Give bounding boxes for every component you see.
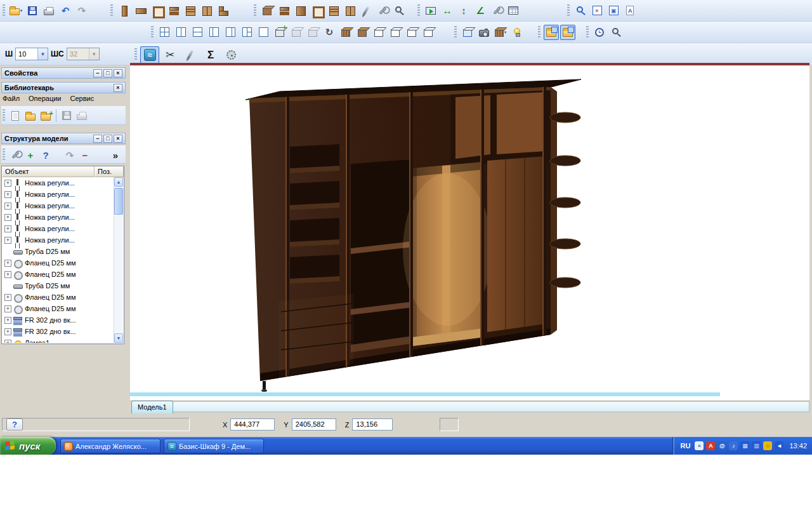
tree-expand-icon[interactable]: + xyxy=(4,340,11,344)
toolbar-grip[interactable] xyxy=(134,48,137,61)
toolbar-grip[interactable] xyxy=(538,26,540,39)
render-solid-icon[interactable] xyxy=(355,25,370,40)
panel-horizontal-icon[interactable] xyxy=(133,3,148,18)
layout-horizontal-split-icon[interactable] xyxy=(190,25,205,40)
detail-solid-icon[interactable] xyxy=(259,3,275,18)
bazis-mode-icon[interactable]: ≈ xyxy=(140,46,159,64)
close-button[interactable]: × xyxy=(114,84,122,92)
messenger-icon[interactable]: @ xyxy=(717,441,726,450)
column-object[interactable]: Объект xyxy=(2,166,95,177)
width-param-value[interactable]: 10 xyxy=(16,50,37,58)
zoom-sheet-icon[interactable] xyxy=(622,3,638,18)
toolbar-grip[interactable] xyxy=(586,26,589,39)
tree-expand-icon[interactable]: + xyxy=(4,191,11,198)
tree-expand-icon[interactable]: + xyxy=(4,180,11,187)
close-button[interactable]: × xyxy=(114,69,122,77)
caliper-tool-icon[interactable] xyxy=(489,3,504,18)
layout-single-icon[interactable] xyxy=(256,25,271,40)
toolbar-grip[interactable] xyxy=(151,26,154,39)
dimension-horizontal-icon[interactable]: ↔ xyxy=(440,3,455,18)
layout-vertical-split-icon[interactable] xyxy=(173,25,188,40)
tree-expand-icon[interactable]: + xyxy=(4,294,11,301)
scroll-thumb[interactable] xyxy=(114,188,123,215)
antivirus-icon[interactable]: A xyxy=(706,441,715,450)
dimension-vertical-icon[interactable]: ↕ xyxy=(456,3,471,18)
structure-item[interactable]: +Ножка регули... xyxy=(3,211,113,223)
sum-tool-icon[interactable]: Σ xyxy=(201,46,220,64)
structure-item[interactable]: +Фланец D25 мм xyxy=(3,269,113,280)
structure-item[interactable]: Труба D25 мм xyxy=(3,280,113,291)
render-textured-icon[interactable] xyxy=(338,25,353,40)
open-file-dropdown-icon[interactable]: ▾ xyxy=(20,8,23,13)
element-replace-icon[interactable]: ↷ xyxy=(63,148,77,162)
materials-icon[interactable]: ▾ xyxy=(493,25,508,40)
layout-quad-icon[interactable] xyxy=(157,25,172,40)
rotate-view-icon[interactable]: ↻ xyxy=(322,25,337,40)
fastener-drill-icon[interactable] xyxy=(358,3,374,18)
tree-expand-icon[interactable]: + xyxy=(4,317,11,324)
detail-edit-icon[interactable] xyxy=(309,3,324,18)
structure-item[interactable]: +Ножка регули... xyxy=(3,177,113,189)
zoom-window-icon[interactable]: × xyxy=(589,3,605,18)
float-button[interactable]: □ xyxy=(103,135,112,143)
element-info-icon[interactable]: ? xyxy=(39,148,53,162)
structure-item[interactable]: +Фланец D25 мм xyxy=(3,291,113,303)
tree-expand-icon[interactable]: + xyxy=(4,214,11,221)
structure-item[interactable]: +Фланец D25 мм xyxy=(3,257,113,269)
structure-item[interactable]: +Фланец D25 мм xyxy=(3,303,113,314)
scroll-down-icon[interactable]: ▼ xyxy=(114,333,123,343)
panels-stack-icon[interactable] xyxy=(166,3,181,18)
width-param-combo[interactable]: 10 ▼ xyxy=(15,48,48,60)
library-new-icon[interactable] xyxy=(8,109,22,123)
dimension-angle-icon[interactable]: ∠ xyxy=(473,3,488,18)
task-button-1[interactable]: Александр Желяско... xyxy=(60,439,160,453)
task-button-2[interactable]: ≈ Базис-Шкаф 9 - Дем... xyxy=(164,439,264,453)
doors-section-icon[interactable] xyxy=(199,3,214,18)
zoom-all-icon[interactable]: ▣ xyxy=(606,3,621,18)
detail-copy-icon[interactable] xyxy=(276,3,291,18)
toolbar-grip[interactable] xyxy=(3,4,5,17)
scroll-up-icon[interactable]: ▲ xyxy=(114,177,123,187)
panel-vertical-icon[interactable] xyxy=(116,3,131,18)
structure-tools-icon[interactable] xyxy=(8,148,22,162)
menu-file[interactable]: Файл xyxy=(3,95,20,105)
layout-left-split-icon[interactable] xyxy=(206,25,221,40)
toolbar-grip[interactable] xyxy=(110,4,113,17)
language-indicator[interactable]: RU xyxy=(681,442,691,450)
tree-expand-icon[interactable]: + xyxy=(4,203,11,210)
spec-table-icon[interactable] xyxy=(506,3,521,18)
detail-search-icon[interactable] xyxy=(391,3,407,18)
zoom-icon[interactable] xyxy=(573,3,588,18)
tree-expand-icon[interactable]: + xyxy=(4,225,11,232)
render-ghost-icon[interactable] xyxy=(421,25,436,40)
toolbar-grip[interactable] xyxy=(454,26,457,39)
menu-operations[interactable]: Операции xyxy=(29,95,61,105)
structure-item[interactable]: +Ножка регули... xyxy=(3,223,113,234)
shelf-section-icon[interactable] xyxy=(182,3,197,18)
detail-board-icon[interactable] xyxy=(292,3,308,18)
network-icon[interactable]: ▦ xyxy=(740,441,749,450)
signal-icon[interactable]: ▥ xyxy=(752,441,761,450)
library-open-icon[interactable] xyxy=(23,109,37,123)
tree-expand-icon[interactable]: + xyxy=(4,260,11,267)
tree-expand-icon[interactable]: + xyxy=(4,305,11,312)
structure-item[interactable]: +Ножка регули... xyxy=(3,200,113,211)
speaker-icon[interactable]: ◄ xyxy=(775,441,783,450)
perspective-view-icon[interactable] xyxy=(460,25,475,40)
new-view-icon[interactable] xyxy=(272,25,287,40)
toolbar-grip[interactable] xyxy=(3,109,5,122)
render-shaded-icon[interactable] xyxy=(371,25,386,40)
menu-service[interactable]: Сервис xyxy=(70,95,95,105)
save-file-icon[interactable] xyxy=(25,3,40,18)
toolbar-grip[interactable] xyxy=(417,4,420,17)
restore-scene-icon[interactable] xyxy=(560,25,575,40)
structure-item[interactable]: +Ножка регули... xyxy=(3,189,113,200)
layout-three-icon[interactable] xyxy=(239,25,254,40)
doors-edit-icon[interactable] xyxy=(342,3,357,18)
tree-expand-icon[interactable]: + xyxy=(4,271,11,278)
saw-tool-icon[interactable] xyxy=(221,46,240,64)
structure-item[interactable]: +Ножка регули... xyxy=(3,234,113,246)
hidden-icons-icon[interactable]: « xyxy=(695,441,704,450)
close-button[interactable]: × xyxy=(114,135,122,143)
open-file-icon[interactable]: ▾ xyxy=(8,3,23,18)
